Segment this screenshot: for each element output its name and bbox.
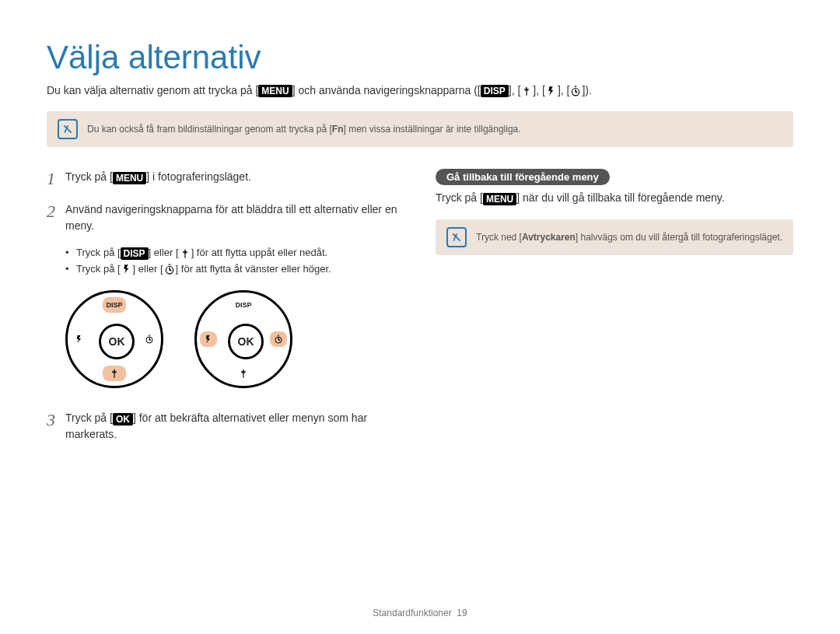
menu-badge: MENU [258, 85, 292, 97]
macro-icon [179, 248, 191, 259]
step-1: 1 Tryck på [MENU] i fotograferingsläget. [47, 169, 404, 189]
info-icon [58, 119, 78, 139]
dial-macro [232, 366, 255, 381]
fn-badge: Fn [332, 124, 344, 135]
menu-badge: MENU [483, 193, 516, 205]
info-box-shutter: Tryck ned [Avtryckaren] halvvägs om du v… [436, 219, 793, 255]
dial-timer [141, 331, 158, 347]
step-3: 3 Tryck på [OK] för att bekräfta alterna… [47, 410, 404, 443]
dial-vertical: OK DISP [65, 290, 163, 388]
flash-icon [121, 264, 133, 275]
dial-flash [71, 331, 88, 347]
step-2-sublist: Tryck på [DISP] eller [] för att flytta … [65, 247, 404, 275]
page-footer: Standardfunktioner 19 [0, 608, 840, 618]
timer-icon [569, 86, 582, 96]
right-column: Gå tillbaka till föregående meny Tryck p… [436, 169, 793, 455]
nav-dials: OK DISP OK DISP [65, 290, 404, 388]
ok-button: OK [99, 324, 135, 359]
dial-disp: DISP [103, 297, 126, 313]
info-icon [446, 227, 467, 247]
disp-badge: DISP [481, 85, 509, 97]
flash-icon [545, 86, 558, 96]
back-text: Tryck på [MENU] när du vill gå tillbaka … [436, 191, 793, 205]
left-column: 1 Tryck på [MENU] i fotograferingsläget.… [47, 169, 404, 455]
back-heading-pill: Gå tillbaka till föregående meny [436, 169, 610, 185]
dial-horizontal: OK DISP [194, 290, 292, 388]
intro-text: Du kan välja alternativ genom att trycka… [47, 84, 793, 97]
shutter-label: Avtryckaren [522, 232, 576, 243]
macro-icon [520, 86, 533, 96]
dial-macro [103, 366, 126, 381]
dial-disp: DISP [232, 297, 255, 313]
page-title: Välja alternativ [47, 39, 793, 76]
info-box-fn: Du kan också få fram bildinställningar g… [47, 111, 793, 147]
disp-badge: DISP [121, 247, 149, 260]
ok-button: OK [228, 324, 264, 359]
dial-flash [200, 331, 217, 347]
step-2: 2 Använd navigeringsknapparna för att bl… [47, 201, 404, 234]
dial-timer [270, 331, 287, 347]
timer-icon [163, 264, 176, 275]
menu-badge: MENU [113, 172, 146, 184]
ok-badge: OK [113, 413, 133, 426]
